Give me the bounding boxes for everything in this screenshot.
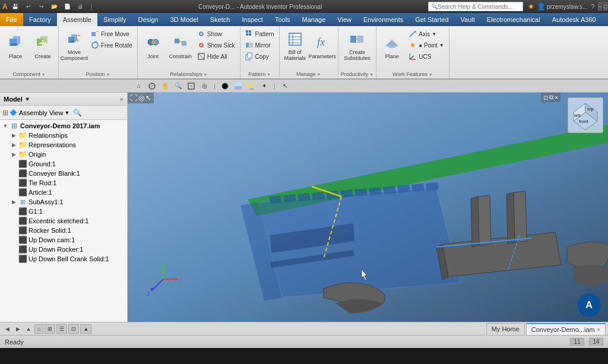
nav-pan-btn[interactable]: ✋ — [159, 81, 171, 91]
quick-access-save[interactable]: 💾 — [10, 2, 21, 11]
maximize-button[interactable]: □ — [603, 2, 607, 11]
list-view-btn[interactable]: ☰ — [56, 324, 67, 334]
grid-view-btn[interactable]: ⊞ — [45, 324, 55, 334]
tree-item-origin[interactable]: ▶ 📁 Origin — [0, 150, 127, 159]
menu-3dmodel[interactable]: 3D Model — [164, 13, 204, 26]
menu-sketch[interactable]: Sketch — [204, 13, 236, 26]
menu-simulation[interactable]: Simulation — [602, 13, 608, 26]
ribbon-group-component-label[interactable]: Component — [12, 70, 45, 77]
3d-viewport[interactable]: front left top X Y Z — [128, 93, 608, 322]
sidebar-close-button[interactable]: × — [120, 96, 124, 103]
nav-environment-btn[interactable] — [232, 81, 244, 91]
tab-scroll-right[interactable]: ▶ — [13, 324, 23, 334]
nav-zoom-all-btn[interactable] — [185, 81, 197, 91]
ribbon-btn-bill-of-materials[interactable]: Bill ofMaterials — [282, 29, 308, 63]
fit-btn[interactable]: ⊡ — [68, 324, 79, 334]
look-from-icon[interactable]: ◎ — [138, 94, 144, 102]
tab-my-home[interactable]: My Home — [486, 323, 525, 335]
ribbon-btn-joint[interactable]: Joint — [140, 29, 166, 63]
menu-autodesk-a360[interactable]: Autodesk A360 — [546, 13, 602, 26]
ribbon-btn-move-component[interactable]: MoveComponent — [61, 29, 87, 63]
sidebar-search-icon[interactable]: 🔍 — [73, 109, 82, 117]
ribbon-btn-free-rotate[interactable]: Free Rotate — [88, 40, 135, 50]
ribbon-btn-hide-all[interactable]: Hide All — [195, 51, 238, 62]
tree-item-relationships[interactable]: ▶ 📁 Relationships — [0, 131, 127, 140]
axis-dropdown-icon[interactable]: ▼ — [432, 31, 436, 37]
help-search-input[interactable] — [438, 4, 520, 10]
nav-selection-btn[interactable]: ↖ — [279, 81, 291, 91]
tree-item-root[interactable]: ▼ ⊞ Conveyor-Demo 2017.iam — [0, 121, 127, 131]
home-icon-btn[interactable]: ⌂ — [34, 324, 43, 334]
tab-scroll-up[interactable]: ▲ — [24, 324, 33, 334]
ribbon-btn-copy[interactable]: Copy — [243, 51, 277, 62]
nav-zoom-btn[interactable]: 🔍 — [172, 81, 184, 91]
vp-fullscreen-icon[interactable]: ⊡ — [543, 94, 548, 101]
ribbon-btn-axis[interactable]: Axis ▼ — [406, 29, 446, 39]
menu-environments[interactable]: Environments — [357, 13, 409, 26]
help-icon[interactable]: ? — [591, 4, 594, 10]
quick-access-open[interactable]: 📂 — [49, 2, 60, 11]
nav-ray-trace-btn[interactable]: ✦ — [258, 81, 270, 91]
menu-inspect[interactable]: Inspect — [236, 13, 268, 26]
ribbon-btn-ucs[interactable]: UCS — [406, 51, 446, 62]
quick-access-print[interactable]: 🖨 — [75, 2, 86, 11]
sidebar-view-dropdown[interactable]: ▼ — [64, 110, 69, 116]
select-mode-icon[interactable]: ↖ — [145, 94, 151, 102]
ribbon-group-pattern-label[interactable]: Pattern — [248, 70, 271, 77]
tree-item-ground1[interactable]: ⬛ Ground:1 — [0, 159, 127, 169]
menu-view[interactable]: View — [331, 13, 357, 26]
tree-item-excentric-sketched[interactable]: ⬛ Excentric sketched:1 — [0, 216, 127, 226]
tree-item-subassy1[interactable]: ▶ ⊞ SubAssy1:1 — [0, 197, 127, 207]
tree-item-representations[interactable]: ▶ 📁 Representations — [0, 140, 127, 150]
menu-file[interactable]: File — [0, 13, 23, 26]
expand-btn[interactable]: ▲ — [80, 324, 91, 334]
nav-orbit-btn[interactable] — [146, 81, 158, 91]
quick-access-new[interactable]: 📄 — [62, 2, 73, 11]
tree-item-conveyer-blank[interactable]: ⬛ Conveyer Blank:1 — [0, 169, 127, 178]
ribbon-group-productivity-label[interactable]: Productivity — [341, 70, 373, 77]
ribbon-btn-pattern[interactable]: Pattern — [243, 29, 277, 39]
ribbon-btn-create-substitutes[interactable]: CreateSubstitutes — [344, 29, 370, 63]
menu-design[interactable]: Design — [132, 13, 164, 26]
tab-conveyor-demo[interactable]: Conveyor-Demo...iam × — [526, 323, 606, 335]
nav-look-at-btn[interactable]: ◎ — [198, 81, 210, 91]
star-icon[interactable]: ★ — [528, 2, 534, 11]
vp-close-icon[interactable]: × — [555, 94, 558, 101]
ribbon-group-work-features-label[interactable]: Work Features — [392, 70, 433, 77]
ribbon-btn-create[interactable]: Create — [30, 29, 56, 63]
tab-conveyor-close[interactable]: × — [597, 327, 600, 333]
tree-item-up-down-bell-crank[interactable]: ⬛ Up Down Bell Crank Solid:1 — [0, 254, 127, 264]
ribbon-btn-free-move[interactable]: Free Move — [88, 29, 135, 39]
ribbon-btn-show[interactable]: Show — [195, 29, 238, 39]
tree-item-g1[interactable]: ⬛ G1:1 — [0, 207, 127, 216]
menu-factory[interactable]: Factory — [23, 13, 57, 26]
ribbon-btn-place[interactable]: Place — [2, 29, 28, 63]
ribbon-btn-parameters[interactable]: fx Parameters — [309, 29, 335, 63]
tree-item-tie-rod[interactable]: ⬛ Tie Rod:1 — [0, 178, 127, 188]
zoom-extents-icon[interactable]: ⛶ — [130, 94, 137, 102]
menu-tools[interactable]: Tools — [269, 13, 296, 26]
ribbon-group-position-label[interactable]: Position — [86, 70, 110, 77]
menu-assemble[interactable]: Assemble — [57, 13, 97, 26]
vp-restore-icon[interactable]: ⧉ — [549, 94, 553, 101]
menu-vault[interactable]: Vault — [455, 13, 481, 26]
point-dropdown-icon[interactable]: ▼ — [439, 43, 444, 48]
tab-scroll-left[interactable]: ◀ — [2, 324, 12, 334]
ribbon-btn-show-sick[interactable]: Show Sick — [195, 40, 238, 50]
tree-item-article1[interactable]: ⬛ Article:1 — [0, 188, 127, 197]
menu-manage[interactable]: Manage — [296, 13, 332, 26]
minimize-button[interactable]: – — [598, 2, 602, 11]
menu-simplify[interactable]: Simplify — [97, 13, 132, 26]
ribbon-group-manage-label[interactable]: Manage — [296, 70, 321, 77]
ribbon-btn-constrain[interactable]: Constrain — [167, 29, 194, 63]
tree-item-up-down-rocker[interactable]: ⬛ Up Down Rocker:1 — [0, 245, 127, 254]
menu-electromechanical[interactable]: Electromechanical — [481, 13, 546, 26]
quick-access-redo[interactable]: ↪ — [36, 2, 47, 11]
sidebar-filter-icon[interactable]: ⊞ — [2, 109, 8, 117]
ribbon-btn-point[interactable]: ● Point ▼ — [406, 40, 446, 50]
nav-home-btn[interactable]: ⌂ — [133, 81, 145, 91]
tree-item-rocker-solid[interactable]: ⬛ Rocker Solid:1 — [0, 226, 127, 235]
menu-get-started[interactable]: Get Started — [409, 13, 454, 26]
help-search-bar[interactable]: 🔍 — [428, 2, 523, 11]
sidebar-dropdown-icon[interactable]: ▼ — [25, 96, 30, 102]
